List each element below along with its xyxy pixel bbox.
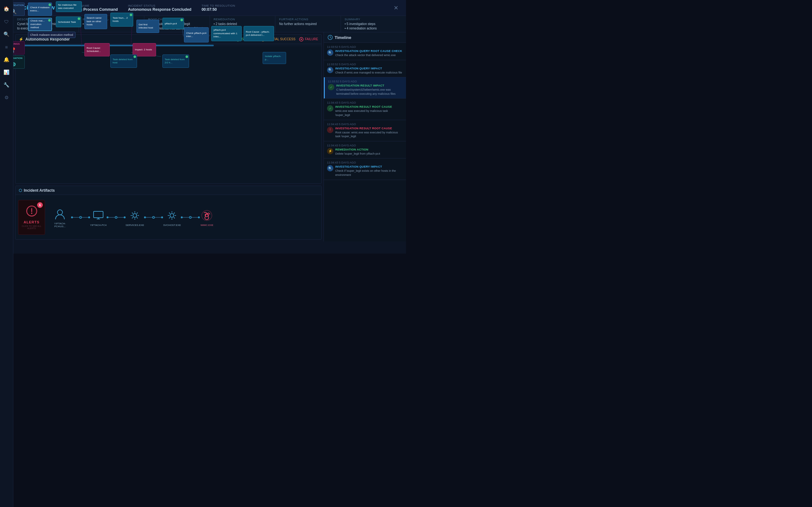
alert-badge: 6 (37, 202, 43, 208)
node-findings-root[interactable]: Root Cause: Scheduled... (84, 43, 110, 56)
node-task-deleted-2h[interactable]: Task deleted from 2/2 h... (162, 55, 189, 68)
flow-canvas[interactable]: INVESTIGATION 🔍 FINDINGS 📍 REMEDIATION ⚙ (15, 34, 322, 184)
svg-line-13 (80, 34, 82, 47)
timeline-header: Timeline (324, 32, 406, 43)
sidebar-gear[interactable]: ⚙ (1, 92, 12, 103)
node-check-yiftach[interactable]: Check yiftach-pc4 inter... (184, 34, 209, 43)
row-findings: FINDINGS 📍 (15, 41, 25, 55)
svg-point-19 (31, 213, 32, 214)
sidebar-home[interactable]: 🏠 (1, 3, 12, 14)
node-task-deleted-host[interactable]: Task deleted from host (110, 55, 137, 68)
node-tooltip: Check malware execution method (28, 34, 75, 38)
sidebar-bell[interactable]: 🔔 (1, 54, 12, 65)
flow-connectors (28, 34, 282, 89)
content-area: ⚡ Autonomous Responder SUCCESS PARTIAL S… (13, 32, 406, 241)
sidebar-search[interactable]: 🔍 (1, 29, 12, 40)
row-remediation: REMEDIATION ⚙ (15, 55, 25, 69)
sidebar-shield[interactable]: 🛡 (1, 16, 12, 27)
autonomous-responder-panel: ⚡ Autonomous Responder SUCCESS PARTIAL S… (15, 34, 322, 184)
alert-sub: CLICK TO SEE ALL ALERTS (18, 225, 45, 229)
main-content: Incident View INCIDENT NAME Malicious Pr… (13, 0, 406, 253)
alerts-box[interactable]: 6 ALERTS CLICK TO SEE ALL ALERTS (18, 200, 45, 235)
panel-area: ⚡ Autonomous Responder SUCCESS PARTIAL S… (13, 32, 323, 241)
sidebar-wrench[interactable]: 🔧 (1, 79, 12, 91)
sidebar-chart[interactable]: 📊 (1, 66, 12, 78)
svg-line-10 (182, 34, 183, 37)
alert-icon (26, 205, 38, 219)
timeline-icon (328, 35, 333, 40)
node-root-cause-delivered[interactable]: Root Cause - yiftach-pc4 delivered t... (244, 34, 274, 41)
timeline-title: Timeline (335, 35, 351, 40)
sidebar-list[interactable]: ≡ (1, 41, 12, 53)
svg-line-14 (131, 34, 132, 47)
alert-label: ALERTS (24, 220, 40, 224)
sidebar: 🏠 🛡 🔍 ≡ 🔔 📊 🔧 ⚙ (0, 0, 13, 253)
node-isolate-yiftach[interactable]: Isolate yiftach-p... (263, 52, 286, 64)
node-yiftach-communicated[interactable]: yiftach-pc4 communicated with 1 infec... (211, 34, 242, 41)
